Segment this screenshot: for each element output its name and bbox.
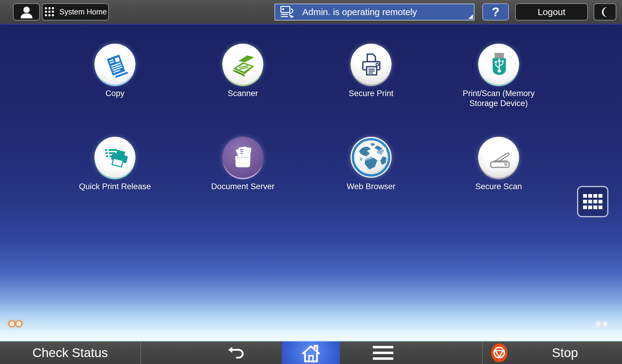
home-button[interactable] <box>282 341 340 364</box>
energy-saver-button[interactable] <box>594 3 616 20</box>
app-label: Document Server <box>192 182 294 192</box>
app-grid-icon <box>583 194 603 209</box>
check-status-button[interactable]: Check Status <box>0 341 140 364</box>
secure-print-icon-circle <box>351 44 392 85</box>
app-label: Secure Print <box>320 89 422 99</box>
dots-grid-icon <box>44 6 56 18</box>
app-tile-quick-print-release[interactable]: Quick Print Release <box>64 137 166 192</box>
bottom-bar-divider <box>140 341 141 364</box>
home-screen: Copy Scanner <box>0 24 622 341</box>
all-apps-launcher-button[interactable] <box>577 186 608 217</box>
page-dot-right-2[interactable] <box>603 322 608 326</box>
remote-banner-label: Admin. is operating remotely <box>302 7 417 17</box>
help-button[interactable]: ? <box>482 3 509 20</box>
page-dot-left-1[interactable] <box>9 321 14 326</box>
app-tile-document-server[interactable]: Document Server <box>192 137 294 192</box>
page-dot-left-2[interactable] <box>16 321 21 326</box>
system-home-label: System Home <box>59 8 107 16</box>
web-browser-icon-circle <box>351 137 392 178</box>
app-label: Scanner <box>192 89 294 99</box>
copy-icon-circle <box>94 44 135 85</box>
menu-icon <box>372 345 394 360</box>
document-server-icon <box>228 142 258 172</box>
app-label: Web Browser <box>320 182 422 192</box>
app-tile-copy[interactable]: Copy <box>64 44 166 99</box>
copy-icon <box>100 49 130 79</box>
secure-scan-icon <box>483 142 514 173</box>
smart-operation-panel: System Home Admin. is operating remotely… <box>0 0 622 364</box>
logout-button[interactable]: Logout <box>515 3 588 20</box>
system-home-button[interactable]: System Home <box>42 3 109 20</box>
usb-memory-icon <box>484 49 514 79</box>
remote-operation-banner[interactable]: Admin. is operating remotely <box>275 4 474 20</box>
app-tile-web-browser[interactable]: Web Browser <box>320 137 422 192</box>
bottom-bar: Check Status <box>0 341 622 364</box>
help-icon: ? <box>492 5 500 19</box>
quick-print-release-icon <box>100 142 130 172</box>
app-label: Secure Scan <box>447 182 550 192</box>
app-tile-secure-print[interactable]: Secure Print <box>320 44 422 99</box>
document-server-icon-circle <box>222 137 263 178</box>
stop-icon <box>490 343 508 363</box>
stop-button[interactable]: Stop <box>482 341 622 364</box>
app-label: Quick Print Release <box>64 182 166 192</box>
app-label: Copy <box>64 89 166 99</box>
top-bar: System Home Admin. is operating remotely… <box>0 0 622 24</box>
logout-label: Logout <box>538 7 566 17</box>
app-label: Print/Scan (Memory Storage Device) <box>447 89 550 108</box>
user-icon <box>18 5 35 19</box>
quick-print-release-icon-circle <box>94 137 135 178</box>
scanner-icon <box>228 49 258 79</box>
stop-label: Stop <box>530 346 600 360</box>
page-dot-right-1[interactable] <box>596 322 601 326</box>
web-browser-globe-icon <box>351 137 391 177</box>
back-button[interactable] <box>201 341 273 364</box>
check-status-label: Check Status <box>33 346 108 360</box>
remote-operation-icon <box>279 5 296 20</box>
banner-corner-triangle <box>468 14 473 19</box>
back-arrow-icon <box>227 344 247 362</box>
secure-scan-icon-circle <box>478 137 519 178</box>
secure-print-icon <box>356 49 386 79</box>
app-tile-scanner[interactable]: Scanner <box>192 44 294 99</box>
usb-memory-icon-circle <box>478 44 519 85</box>
moon-energy-saver-icon <box>599 5 611 19</box>
scanner-icon-circle <box>222 44 263 85</box>
home-icon <box>300 343 322 363</box>
app-tile-print-scan-memory[interactable]: Print/Scan (Memory Storage Device) <box>447 44 550 108</box>
menu-button[interactable] <box>347 341 419 364</box>
app-tile-secure-scan[interactable]: Secure Scan <box>447 137 550 192</box>
user-login-button[interactable] <box>13 3 40 20</box>
